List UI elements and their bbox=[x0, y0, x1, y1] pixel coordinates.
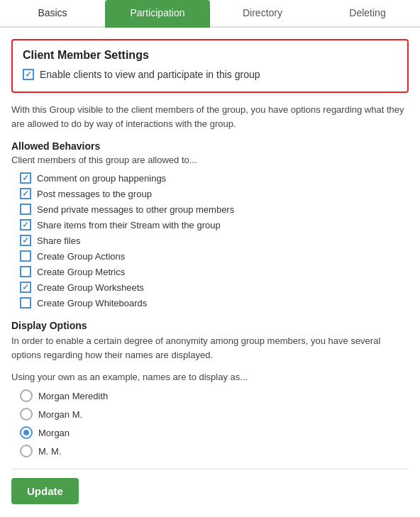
list-item: Create Group Actions bbox=[20, 250, 409, 262]
radio-item: Morgan Meredith bbox=[20, 389, 409, 402]
radio-morgan-label: Morgan bbox=[38, 428, 70, 438]
display-options-heading: Display Options bbox=[11, 320, 409, 331]
cb-group-actions-label: Create Group Actions bbox=[37, 251, 125, 262]
radio-item: M. M. bbox=[20, 445, 409, 457]
list-item: Share items from their Stream with the g… bbox=[20, 219, 409, 230]
radio-morgan-m-label: Morgan M. bbox=[38, 409, 82, 420]
settings-box-title: Client Member Settings bbox=[23, 49, 397, 62]
list-item: Create Group Worksheets bbox=[20, 282, 409, 293]
list-item: Create Group Metrics bbox=[20, 266, 409, 277]
cb-group-metrics[interactable] bbox=[20, 266, 31, 277]
participation-description: With this Group visible to the client me… bbox=[11, 103, 409, 130]
cb-post-messages-label: Post messages to the group bbox=[37, 189, 152, 199]
tabs-bar: Basics Participation Directory Deleting bbox=[0, 0, 420, 28]
radio-morgan-meredith[interactable] bbox=[20, 389, 33, 402]
allowed-behaviors-subtext: Client members of this group are allowed… bbox=[11, 155, 409, 165]
allowed-behaviors-section: Allowed Behaviors Client members of this… bbox=[11, 140, 409, 308]
display-options-section: Display Options In order to enable a cer… bbox=[11, 320, 409, 457]
enable-clients-label: Enable clients to view and participate i… bbox=[40, 69, 260, 80]
cb-post-messages[interactable] bbox=[20, 188, 31, 199]
allowed-behaviors-list: Comment on group happenings Post message… bbox=[20, 172, 409, 308]
client-member-settings-box: Client Member Settings Enable clients to… bbox=[11, 39, 409, 93]
display-options-subtext: Using your own as an example, names are … bbox=[11, 372, 409, 382]
allowed-behaviors-heading: Allowed Behaviors bbox=[11, 140, 409, 152]
enable-clients-row: Enable clients to view and participate i… bbox=[23, 69, 397, 80]
list-item: Create Group Whiteboards bbox=[20, 297, 409, 308]
cb-group-actions[interactable] bbox=[20, 250, 31, 262]
radio-mm-label: M. M. bbox=[38, 446, 62, 457]
cb-share-files-label: Share files bbox=[37, 235, 80, 246]
cb-share-stream[interactable] bbox=[20, 219, 31, 230]
list-item: Send private messages to other group mem… bbox=[20, 204, 409, 215]
tab-basics[interactable]: Basics bbox=[0, 0, 105, 28]
main-content: Client Member Settings Enable clients to… bbox=[0, 28, 420, 517]
cb-group-whiteboards-label: Create Group Whiteboards bbox=[37, 298, 147, 308]
radio-item: Morgan bbox=[20, 426, 409, 439]
cb-share-stream-label: Share items from their Stream with the g… bbox=[37, 220, 221, 230]
cb-group-metrics-label: Create Group Metrics bbox=[37, 267, 125, 277]
tab-directory[interactable]: Directory bbox=[210, 0, 315, 28]
radio-mm[interactable] bbox=[20, 445, 33, 457]
radio-item: Morgan M. bbox=[20, 408, 409, 421]
divider bbox=[11, 469, 409, 469]
tab-deleting[interactable]: Deleting bbox=[315, 0, 420, 28]
radio-options-list: Morgan Meredith Morgan M. Morgan M. M. bbox=[20, 389, 409, 457]
cb-private-messages-label: Send private messages to other group mem… bbox=[37, 204, 234, 215]
enable-clients-checkbox[interactable] bbox=[23, 69, 34, 80]
cb-group-worksheets[interactable] bbox=[20, 282, 31, 293]
radio-morgan[interactable] bbox=[20, 426, 33, 439]
list-item: Share files bbox=[20, 235, 409, 246]
display-options-description: In order to enable a certain degree of a… bbox=[11, 334, 409, 362]
update-button[interactable]: Update bbox=[11, 478, 79, 504]
cb-comment[interactable] bbox=[20, 172, 31, 184]
tab-participation[interactable]: Participation bbox=[105, 0, 210, 28]
cb-share-files[interactable] bbox=[20, 235, 31, 246]
cb-group-worksheets-label: Create Group Worksheets bbox=[37, 282, 144, 293]
list-item: Post messages to the group bbox=[20, 188, 409, 199]
cb-comment-label: Comment on group happenings bbox=[37, 173, 166, 184]
list-item: Comment on group happenings bbox=[20, 172, 409, 184]
radio-morgan-meredith-label: Morgan Meredith bbox=[38, 391, 108, 401]
radio-morgan-m[interactable] bbox=[20, 408, 33, 421]
cb-private-messages[interactable] bbox=[20, 204, 31, 215]
cb-group-whiteboards[interactable] bbox=[20, 297, 31, 308]
